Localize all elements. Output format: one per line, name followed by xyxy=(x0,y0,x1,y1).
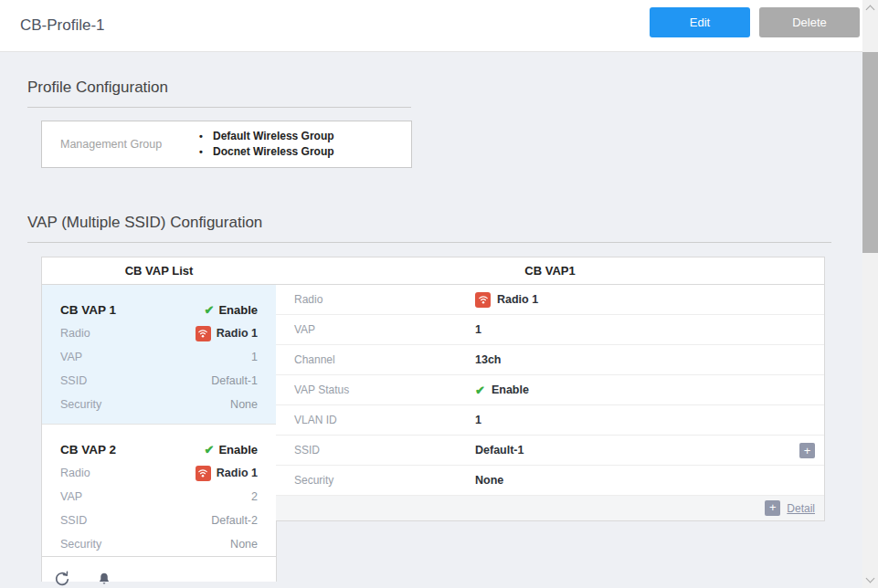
detail-row-vap-status: VAP Status ✔ Enable xyxy=(276,375,824,405)
vap-configuration-heading: VAP (Multiple SSID) Configuration xyxy=(27,214,262,232)
ssid-value: Default-2 xyxy=(211,514,258,527)
detail-footer-row: + Detail xyxy=(276,496,824,520)
radio-label: Radio xyxy=(60,327,90,340)
bell-icon xyxy=(97,571,111,587)
radio-label: Radio xyxy=(60,467,90,479)
management-group-label: Management Group xyxy=(42,138,199,151)
cb-vap-list-panel: CB VAP List CB VAP 1 ✔ Enable Radio Radi… xyxy=(41,257,277,582)
cb-vap-detail-panel: CB VAP1 Radio Radio 1 VAP 1 Channel 13ch… xyxy=(276,257,825,521)
ssid-expand-button[interactable]: + xyxy=(799,443,815,458)
vap-name: CB VAP 1 xyxy=(60,303,116,317)
ssid-value: Default-1 xyxy=(211,374,258,387)
security-value: None xyxy=(230,398,258,411)
management-group-name: Default Wireless Group xyxy=(213,129,334,144)
profile-page: CB-Profile-1 Edit Delete Profile Configu… xyxy=(0,0,878,588)
radio-value: Radio 1 xyxy=(196,326,258,341)
vap-label: VAP xyxy=(60,351,82,363)
ssid-label: SSID xyxy=(60,514,87,527)
scrollbar-thumb[interactable] xyxy=(862,52,878,253)
edit-button[interactable]: Edit xyxy=(650,7,750,37)
cb-vap-list-header: CB VAP List xyxy=(42,257,276,285)
vap-status-badge: ✔ Enable xyxy=(204,303,258,317)
radio-value: Radio 1 xyxy=(196,466,258,481)
management-group-list: Default Wireless Group Docnet Wireless G… xyxy=(199,129,334,160)
bottom-toolbar xyxy=(42,557,276,588)
top-bar: CB-Profile-1 Edit Delete xyxy=(0,0,878,52)
management-group-item: Default Wireless Group xyxy=(199,129,334,144)
detail-row-ssid: SSID Default-1 + xyxy=(276,436,824,466)
plus-icon[interactable]: + xyxy=(765,500,780,516)
detail-row-vap: VAP 1 xyxy=(276,315,824,345)
vap-value: 1 xyxy=(475,315,481,344)
security-label: Security xyxy=(60,538,101,551)
vap-status-value: ✔ Enable xyxy=(475,375,529,404)
refresh-icon xyxy=(53,570,71,588)
ssid-value: Default-1 xyxy=(475,436,524,465)
detail-link[interactable]: Detail xyxy=(787,502,815,515)
chevron-down-icon[interactable] xyxy=(866,574,875,583)
management-group-item: Docnet Wireless Group xyxy=(199,144,334,160)
ssid-label: SSID xyxy=(60,374,87,387)
check-icon: ✔ xyxy=(475,383,485,397)
management-group-name: Docnet Wireless Group xyxy=(213,144,334,160)
management-group-box: Management Group Default Wireless Group … xyxy=(41,121,412,168)
delete-button[interactable]: Delete xyxy=(759,7,860,37)
check-icon: ✔ xyxy=(204,443,214,457)
security-value: None xyxy=(475,466,503,495)
detail-row-security: Security None xyxy=(276,466,824,496)
channel-value: 13ch xyxy=(475,345,502,374)
security-label: Security xyxy=(60,398,101,411)
vap-label: VAP xyxy=(60,490,82,503)
vap-list-item-1[interactable]: CB VAP 1 ✔ Enable Radio Radio 1 VAP 1 xyxy=(42,285,276,425)
vap-section-divider xyxy=(27,242,831,243)
detail-row-radio: Radio Radio 1 xyxy=(276,285,824,315)
security-value: None xyxy=(230,538,258,551)
vap-value: 2 xyxy=(251,490,258,503)
vap-list-item-2[interactable]: CB VAP 2 ✔ Enable Radio Radio 1 VAP 2 xyxy=(42,425,276,557)
wifi-icon xyxy=(196,326,211,341)
vap-status-badge: ✔ Enable xyxy=(204,443,258,457)
plus-icon: + xyxy=(804,444,811,457)
vap-name: CB VAP 2 xyxy=(60,443,116,457)
profile-section-divider xyxy=(27,107,411,108)
profile-configuration-heading: Profile Configuration xyxy=(27,79,168,97)
vap-status-text: Enable xyxy=(218,443,258,457)
wifi-icon xyxy=(196,466,211,481)
radio-value: Radio 1 xyxy=(475,285,538,314)
page-title: CB-Profile-1 xyxy=(20,0,105,51)
cb-vap-detail-header: CB VAP1 xyxy=(276,257,824,285)
bullet-icon xyxy=(199,144,213,160)
wifi-icon xyxy=(475,292,491,308)
vertical-scrollbar xyxy=(862,0,878,588)
chevron-up-icon[interactable] xyxy=(866,5,875,15)
refresh-button[interactable] xyxy=(51,568,73,588)
vap-value: 1 xyxy=(251,351,258,363)
detail-row-vlan-id: VLAN ID 1 xyxy=(276,405,824,436)
vap-status-text: Enable xyxy=(218,303,258,317)
vlan-id-value: 1 xyxy=(475,405,481,435)
check-icon: ✔ xyxy=(204,303,214,317)
detail-row-channel: Channel 13ch xyxy=(276,345,824,375)
bullet-icon xyxy=(199,129,213,144)
notifications-button[interactable] xyxy=(93,568,115,588)
